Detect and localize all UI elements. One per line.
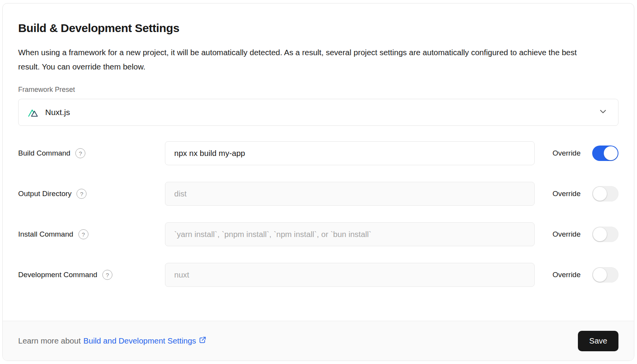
output-directory-label-group: Output Directory ? [18, 189, 165, 199]
external-link-icon [199, 336, 207, 346]
development-command-label: Development Command [18, 271, 97, 279]
override-label: Override [535, 149, 581, 157]
build-dev-settings-card: Build & Development Settings When using … [2, 3, 634, 361]
development-command-row: Development Command ? Override [18, 263, 618, 287]
build-command-label: Build Command [18, 149, 70, 157]
link-label: Build and Development Settings [83, 336, 196, 345]
build-command-override-toggle[interactable] [592, 146, 618, 161]
card-body: Build & Development Settings When using … [3, 3, 634, 321]
install-command-override-toggle[interactable] [592, 227, 618, 242]
output-directory-row: Output Directory ? Override [18, 182, 618, 206]
toggle-knob [593, 187, 607, 201]
framework-preset-select[interactable]: Nuxt.js [18, 99, 618, 126]
build-dev-settings-link[interactable]: Build and Development Settings [83, 336, 207, 346]
override-label: Override [535, 271, 581, 279]
settings-description: When using a framework for a new project… [18, 45, 590, 74]
settings-rows: Build Command ? Override Output Director… [18, 141, 618, 287]
development-command-override-toggle[interactable] [592, 267, 618, 283]
question-mark-icon[interactable]: ? [78, 229, 88, 239]
toggle-knob [593, 268, 607, 282]
card-footer: Learn more about Build and Development S… [3, 321, 634, 361]
development-command-input[interactable] [165, 263, 535, 287]
output-directory-override-toggle[interactable] [592, 186, 618, 201]
question-mark-icon[interactable]: ? [102, 270, 112, 280]
output-directory-label: Output Directory [18, 190, 71, 198]
install-command-label: Install Command [18, 230, 73, 239]
development-command-label-group: Development Command ? [18, 270, 165, 280]
learn-more-prefix: Learn more about [18, 336, 81, 345]
override-label: Override [535, 190, 581, 198]
question-mark-icon[interactable]: ? [76, 189, 87, 199]
install-command-input[interactable] [165, 222, 535, 246]
toggle-knob [593, 227, 607, 241]
learn-more-text: Learn more about Build and Development S… [18, 336, 207, 346]
framework-preset-value: Nuxt.js [45, 108, 70, 117]
output-directory-input[interactable] [165, 182, 535, 206]
page-title: Build & Development Settings [18, 22, 618, 35]
toggle-knob [604, 146, 618, 160]
framework-preset-label: Framework Preset [18, 86, 618, 94]
build-command-label-group: Build Command ? [18, 148, 165, 158]
chevron-down-icon [598, 107, 608, 118]
install-command-row: Install Command ? Override [18, 222, 618, 246]
build-command-row: Build Command ? Override [18, 141, 618, 165]
save-button[interactable]: Save [578, 331, 618, 351]
question-mark-icon[interactable]: ? [75, 148, 85, 158]
build-command-input[interactable] [165, 141, 535, 165]
nuxt-logo-icon [28, 108, 40, 117]
override-label: Override [535, 230, 581, 239]
install-command-label-group: Install Command ? [18, 229, 165, 239]
